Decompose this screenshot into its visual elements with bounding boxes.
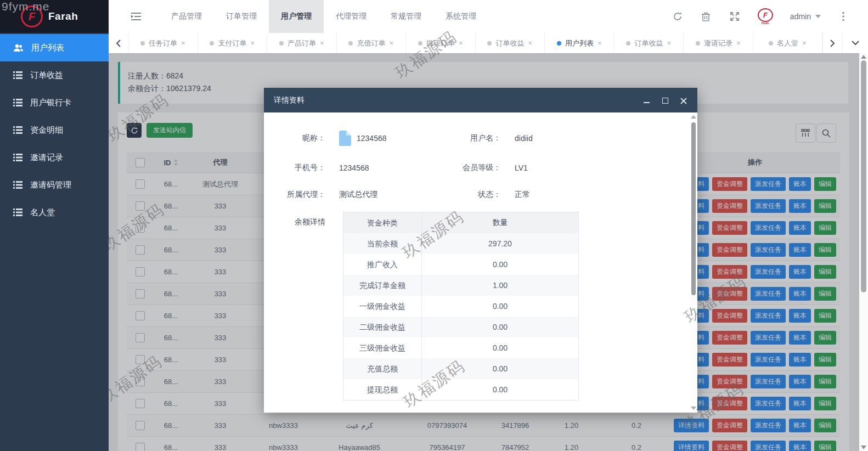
sidebar-item-label: 用户列表 bbox=[31, 43, 64, 53]
close-icon[interactable]: × bbox=[736, 40, 741, 47]
tab-hall-of-fame[interactable]: 名人堂× bbox=[753, 33, 823, 53]
close-icon[interactable]: × bbox=[802, 40, 807, 47]
close-icon[interactable]: × bbox=[667, 40, 671, 47]
balance-row: 充值总额0.00 bbox=[343, 358, 578, 379]
refresh-icon[interactable] bbox=[672, 10, 684, 22]
nickname-label: 昵称： bbox=[264, 133, 332, 143]
tabs-right-controls bbox=[822, 33, 868, 53]
chevron-down-icon bbox=[815, 15, 821, 18]
phone-label: 手机号： bbox=[264, 163, 332, 173]
balance-row: 三级佣金收益0.00 bbox=[343, 337, 578, 358]
farah-logo-icon: F bbox=[21, 5, 43, 27]
scroll-up-icon[interactable] bbox=[861, 55, 866, 59]
file-icon bbox=[339, 131, 351, 146]
balance-row: 推广收入0.00 bbox=[343, 254, 578, 275]
close-icon[interactable]: × bbox=[181, 40, 185, 47]
close-icon[interactable]: × bbox=[459, 40, 463, 47]
close-icon[interactable]: × bbox=[320, 40, 324, 47]
brand-name: Farah bbox=[48, 10, 78, 22]
account-name: admin bbox=[790, 12, 811, 21]
modal-header[interactable]: 详情资料 bbox=[264, 88, 697, 112]
tab-user-list[interactable]: 用户列表× bbox=[545, 33, 615, 53]
tab-withdraw-orders[interactable]: 提现订单× bbox=[406, 33, 476, 53]
balance-row: 一级佣金收益0.00 bbox=[343, 296, 578, 317]
sidebar-item-label: 邀请记录 bbox=[30, 153, 63, 163]
top-navbar: 产品管理 订单管理 用户管理 代理管理 常规管理 系统管理 F Farah ad… bbox=[109, 0, 868, 33]
tab-bar: 任务订单× 支付订单× 产品订单× 充值订单× 提现订单× 订单收益× 用户列表… bbox=[109, 33, 868, 54]
nickname-value: 1234568 bbox=[332, 131, 448, 146]
tab-invite-records[interactable]: 邀请记录× bbox=[684, 33, 753, 53]
nav-item-system[interactable]: 系统管理 bbox=[433, 0, 488, 33]
scrollbar-thumb[interactable] bbox=[691, 122, 696, 295]
balance-row: 提现总额0.00 bbox=[343, 379, 578, 400]
minimize-icon[interactable] bbox=[642, 97, 650, 104]
kebab-menu-icon[interactable] bbox=[837, 10, 849, 22]
tab-task-orders[interactable]: 任务订单× bbox=[128, 33, 198, 53]
balance-table: 资金种类 数量 当前余额297.20 推广收入0.00 完成订单金额1.00 一… bbox=[343, 212, 579, 401]
sidebar-item-invite-code[interactable]: 邀请码管理 bbox=[0, 171, 109, 199]
scroll-down-icon[interactable] bbox=[861, 446, 866, 449]
close-icon[interactable]: × bbox=[598, 40, 602, 47]
username-label: 用户名： bbox=[448, 133, 508, 143]
maximize-icon[interactable] bbox=[661, 97, 669, 104]
tab-recharge-orders[interactable]: 充值订单× bbox=[337, 33, 407, 53]
nav-item-order[interactable]: 订单管理 bbox=[214, 0, 269, 33]
close-icon[interactable]: × bbox=[389, 40, 393, 47]
list-icon bbox=[13, 71, 22, 79]
balance-header-row: 资金种类 数量 bbox=[343, 212, 578, 233]
tabs-scroll-left-icon[interactable] bbox=[109, 33, 128, 53]
list-icon bbox=[13, 208, 22, 216]
close-icon[interactable]: × bbox=[250, 40, 255, 47]
nav-item-agent[interactable]: 代理管理 bbox=[324, 0, 379, 33]
tab-pay-orders[interactable]: 支付订单× bbox=[198, 33, 268, 53]
user-avatar[interactable]: F Farah bbox=[757, 8, 774, 25]
username-value: didiid bbox=[508, 134, 697, 143]
balance-section: 余额详情 资金种类 数量 当前余额297.20 推广收入0.00 完成订单金额1… bbox=[264, 212, 697, 401]
nav-item-user[interactable]: 用户管理 bbox=[269, 0, 324, 33]
account-menu[interactable]: admin bbox=[790, 12, 821, 21]
brand-area: F Farah bbox=[0, 0, 109, 33]
sidebar-item-label: 资金明细 bbox=[30, 125, 63, 136]
status-label: 状态： bbox=[448, 190, 508, 200]
phone-value: 1234568 bbox=[332, 164, 448, 172]
scrollbar-thumb[interactable] bbox=[861, 60, 866, 292]
scroll-down-icon[interactable] bbox=[691, 407, 696, 410]
balance-row: 二级佣金收益0.00 bbox=[343, 317, 578, 337]
navbar-right: F Farah admin bbox=[672, 0, 868, 33]
menu-fold-icon[interactable] bbox=[124, 0, 148, 33]
sidebar-item-user-bankcard[interactable]: 用户银行卡 bbox=[0, 89, 109, 116]
sidebar-item-invite-records[interactable]: 邀请记录 bbox=[0, 144, 109, 171]
nav-item-product[interactable]: 产品管理 bbox=[159, 0, 214, 33]
tab-order-income-1[interactable]: 订单收益× bbox=[476, 33, 545, 53]
sidebar-item-fund-detail[interactable]: 资金明细 bbox=[0, 116, 109, 144]
top-menu: 产品管理 订单管理 用户管理 代理管理 常规管理 系统管理 bbox=[159, 0, 488, 33]
page-scrollbar[interactable] bbox=[859, 53, 868, 451]
tabs-dropdown-icon[interactable] bbox=[843, 33, 868, 53]
fullscreen-icon[interactable] bbox=[729, 10, 741, 22]
tabs-scroll-right-icon[interactable] bbox=[822, 33, 843, 53]
status-value: 正常 bbox=[508, 190, 697, 200]
close-icon[interactable]: × bbox=[528, 40, 532, 47]
list-icon bbox=[13, 126, 22, 134]
tab-product-orders[interactable]: 产品订单× bbox=[267, 33, 337, 53]
app-window: F Farah 用户列表 订单收益 用户银行卡 资金明细 邀请记录 bbox=[0, 0, 868, 451]
close-icon[interactable] bbox=[680, 97, 687, 104]
sidebar-item-label: 用户银行卡 bbox=[30, 98, 71, 108]
level-value: LV1 bbox=[508, 164, 697, 172]
sidebar-menu: 用户列表 订单收益 用户银行卡 资金明细 邀请记录 邀请码管理 bbox=[0, 33, 109, 226]
balance-row: 完成订单金额1.00 bbox=[343, 275, 578, 296]
scroll-up-icon[interactable] bbox=[691, 115, 696, 119]
modal-scrollbar[interactable] bbox=[690, 112, 697, 413]
sidebar-item-hall-of-fame[interactable]: 名人堂 bbox=[0, 199, 109, 226]
detail-modal: 详情资料 昵称： 1234568 用户名： didiid 手机号： 123456… bbox=[264, 88, 697, 413]
modal-title: 详情资料 bbox=[274, 95, 305, 105]
trash-icon[interactable] bbox=[700, 10, 712, 22]
nav-item-general[interactable]: 常规管理 bbox=[379, 0, 433, 33]
sidebar-item-user-list[interactable]: 用户列表 bbox=[0, 34, 109, 61]
sidebar-item-order-income[interactable]: 订单收益 bbox=[0, 61, 109, 89]
level-label: 会员等级： bbox=[448, 163, 508, 173]
tab-order-income-2[interactable]: 订单收益× bbox=[615, 33, 684, 53]
users-icon bbox=[13, 44, 24, 52]
modal-body: 昵称： 1234568 用户名： didiid 手机号： 1234568 会员等… bbox=[264, 112, 697, 413]
sidebar-item-label: 名人堂 bbox=[30, 207, 55, 218]
